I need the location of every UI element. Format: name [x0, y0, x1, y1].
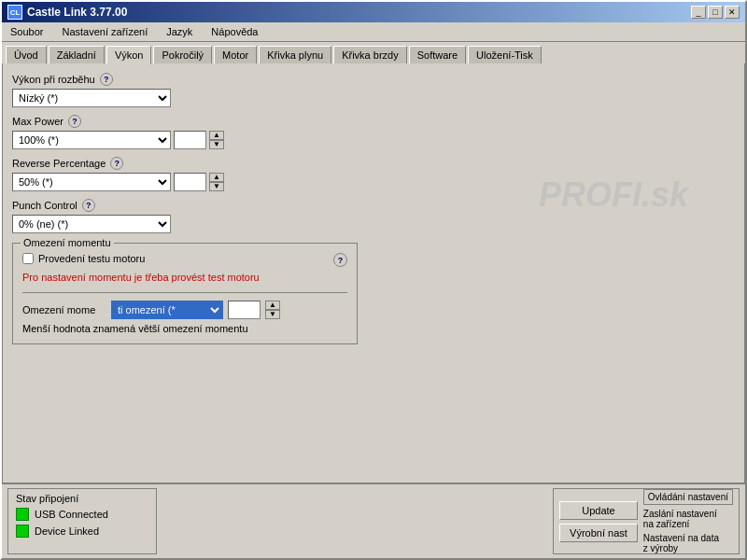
vykon-rozbehu-group: Výkon při rozběhu ? Nízký (*) Střední Vy… [12, 73, 735, 107]
reverse-percentage-select[interactable]: 50% (*) 40% 60% [12, 173, 171, 191]
vykon-rozbehu-label: Výkon při rozběhu [12, 74, 95, 85]
vyrobni-nast-button[interactable]: Výrobní nast [559, 524, 638, 542]
device-linked-led [16, 525, 29, 538]
tabs-row: Úvod Základní Výkon Pokročilý Motor Křiv… [2, 42, 745, 63]
tab-uvod[interactable]: Úvod [6, 46, 47, 64]
punch-control-label: Punch Control [12, 200, 78, 211]
separator [22, 292, 347, 293]
omezeni-down[interactable]: ▼ [265, 310, 280, 319]
usb-connected-label: USB Connected [35, 509, 108, 520]
tab-krivka-brzdy[interactable]: Křivka brzdy [333, 46, 407, 64]
ovladani-title: Ovládání nastavení [643, 489, 733, 505]
device-linked-item: Device Linked [16, 525, 148, 538]
reverse-percentage-help-icon[interactable]: ? [110, 157, 123, 170]
provedeni-testu-label: Provedení testu motoru [38, 253, 145, 264]
minimize-button[interactable]: _ [691, 6, 706, 19]
reverse-percentage-label: Reverse Percentage [12, 158, 106, 169]
menu-nastaveni[interactable]: Nastavení zařízení [57, 24, 152, 39]
warning-text: Pro nastavení momentu je třeba provést t… [22, 272, 347, 283]
tab-krivka-plynu[interactable]: Křivka plynu [259, 46, 331, 64]
provedeni-testu-row: Provedení testu motoru [22, 253, 347, 264]
menu-jazyk[interactable]: Jazyk [162, 24, 197, 39]
app-icon: CL [7, 5, 22, 20]
menu-soubor[interactable]: Soubor [6, 24, 48, 39]
provedeni-testu-checkbox[interactable] [22, 253, 34, 264]
usb-connected-item: USB Connected [16, 508, 148, 521]
reverse-percentage-up[interactable]: ▲ [209, 173, 224, 182]
stav-pripojeni-title: Stav připojení [16, 493, 148, 504]
omezeni-spinner: ▲ ▼ [265, 301, 280, 319]
reverse-percentage-group: Reverse Percentage ? 50% (*) 40% 60% 50 … [12, 157, 735, 191]
punch-control-help-icon[interactable]: ? [82, 199, 95, 212]
control-descriptions: Ovládání nastavení Zaslání nastavenína z… [643, 489, 733, 553]
tab-pokrocily[interactable]: Pokročilý [153, 46, 212, 64]
usb-connected-led [16, 508, 29, 521]
menu-napoveda[interactable]: Nápověda [206, 24, 262, 39]
tab-zakladni[interactable]: Základní [49, 46, 105, 64]
vykon-rozbehu-help-icon[interactable]: ? [100, 73, 113, 86]
omezeni-row: Omezení mome ti omezení (* Bez omezení 0… [22, 301, 347, 319]
update-button[interactable]: Update [559, 501, 638, 520]
main-content: PROFI.sk Výkon při rozběhu ? Nízký (*) S… [2, 63, 745, 483]
omezeni-momentu-title: Omezení momentu [21, 237, 114, 248]
tab-vykon[interactable]: Výkon [106, 46, 152, 64]
reverse-percentage-spinner: ▲ ▼ [209, 173, 224, 191]
reverse-percentage-down[interactable]: ▼ [209, 182, 224, 191]
omezeni-label: Omezení mome [22, 304, 106, 315]
reverse-percentage-input[interactable]: 50 [174, 173, 206, 191]
max-power-up[interactable]: ▲ [209, 131, 224, 140]
tab-motor[interactable]: Motor [214, 46, 257, 64]
max-power-spinner: ▲ ▼ [209, 131, 224, 149]
ovladani-nastaveni-box: Update Výrobní nast Ovládání nastavení Z… [553, 488, 740, 554]
omezeni-help-icon[interactable]: ? [333, 253, 347, 267]
stav-pripojeni-box: Stav připojení USB Connected Device Link… [7, 488, 157, 554]
omezeni-input[interactable]: 0.1 [228, 301, 261, 319]
max-power-down[interactable]: ▼ [209, 140, 224, 149]
update-description: Zaslání nastavenína zařízení [643, 509, 733, 529]
window-title: Castle Link 3.77.00 [27, 6, 127, 19]
max-power-label: Max Power [12, 116, 63, 127]
omezeni-select[interactable]: ti omezení (* Bez omezení [111, 301, 223, 319]
control-buttons: Update Výrobní nast [559, 501, 638, 542]
omezeni-info-text: Menší hodnota znamená větší omezení mome… [22, 323, 347, 334]
max-power-input[interactable]: 100 [174, 131, 206, 149]
omezeni-momentu-group: Omezení momentu ? Provedení testu motoru… [12, 243, 358, 344]
maximize-button[interactable]: □ [708, 6, 723, 19]
vykon-rozbehu-select[interactable]: Nízký (*) Střední Vysoký [12, 89, 171, 107]
close-button[interactable]: ✕ [725, 6, 740, 19]
vyrobni-description: Nastavení na dataz výroby [643, 533, 733, 553]
punch-control-group: Punch Control ? 0% (ne) (*) 25% 50% 75% … [12, 199, 735, 233]
title-bar: CL Castle Link 3.77.00 _ □ ✕ [2, 2, 745, 22]
tab-software[interactable]: Software [409, 46, 466, 64]
main-window: CL Castle Link 3.77.00 _ □ ✕ Soubor Nast… [0, 0, 747, 560]
max-power-group: Max Power ? 100% (*) 90% 80% 100 ▲ ▼ [12, 115, 735, 149]
omezeni-up[interactable]: ▲ [265, 301, 280, 310]
menu-bar: Soubor Nastavení zařízení Jazyk Nápověda [2, 22, 745, 42]
tab-ulozeni-tisk[interactable]: Uložení-Tisk [468, 46, 542, 64]
status-bar: Stav připojení USB Connected Device Link… [2, 483, 745, 558]
device-linked-label: Device Linked [35, 525, 99, 537]
punch-control-select[interactable]: 0% (ne) (*) 25% 50% 75% 100% [12, 215, 171, 233]
max-power-select[interactable]: 100% (*) 90% 80% [12, 131, 171, 149]
window-controls: _ □ ✕ [691, 6, 740, 19]
max-power-help-icon[interactable]: ? [68, 115, 81, 128]
